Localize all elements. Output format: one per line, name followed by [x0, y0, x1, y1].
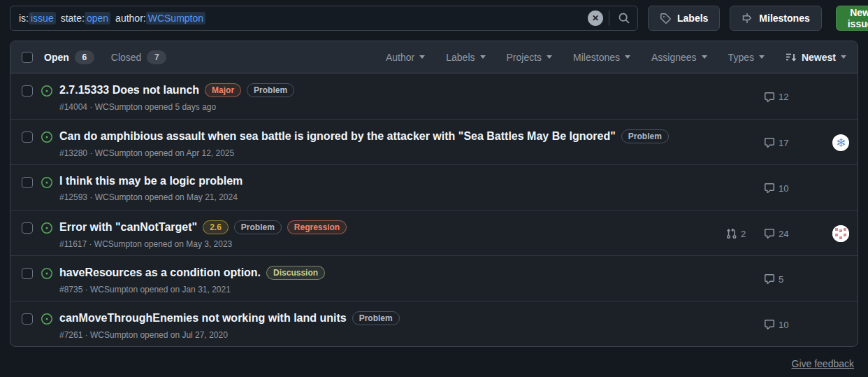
issue-open-icon	[41, 131, 52, 143]
open-issues-tab[interactable]: Open 6	[44, 50, 94, 64]
comments-link[interactable]: 12	[764, 92, 804, 103]
row-checkbox[interactable]	[22, 313, 33, 325]
issue-title-link[interactable]: haveResources as a condition option.	[59, 266, 261, 279]
assignees-filter-dropdown[interactable]: Assignees	[651, 52, 707, 63]
milestones-button[interactable]: Milestones	[730, 6, 821, 31]
comment-count: 10	[779, 320, 788, 330]
comments-link[interactable]: 10	[764, 183, 804, 194]
milestones-filter-dropdown[interactable]: Milestones	[573, 52, 630, 63]
tag-icon	[660, 13, 671, 24]
sort-dropdown[interactable]: Newest	[786, 52, 846, 63]
issue-label[interactable]: Problem	[352, 311, 400, 325]
search-token-wcsumpton: WCSumpton	[146, 12, 205, 24]
issue-label[interactable]: Problem	[234, 220, 282, 234]
open-count-badge: 6	[75, 50, 94, 64]
chevron-down-icon	[759, 55, 765, 59]
issue-open-icon	[41, 85, 52, 97]
comment-icon	[764, 92, 775, 103]
chevron-down-icon	[419, 55, 425, 59]
issue-row: haveResources as a condition option. Dis…	[10, 255, 858, 301]
chevron-down-icon	[625, 55, 630, 59]
issue-meta: #11617 · WCSumpton opened on May 3, 2023	[59, 239, 726, 249]
new-issue-button[interactable]: New issue	[836, 6, 868, 31]
list-header: Open 6 Closed 7 Author Labels Projects M…	[10, 41, 858, 73]
sort-desc-icon	[786, 52, 797, 63]
clear-search-button[interactable]: ✕	[588, 10, 603, 26]
search-icon	[618, 12, 630, 24]
sort-label: Newest	[802, 52, 836, 63]
search-token-open: open	[85, 12, 110, 24]
comment-count: 12	[779, 92, 788, 102]
comments-link[interactable]: 10	[764, 319, 804, 330]
comment-icon	[764, 273, 775, 285]
close-icon: ✕	[592, 14, 599, 22]
issue-label[interactable]: Regression	[287, 220, 347, 234]
issue-row: Error with "canNotTarget" 2.6 Problem Re…	[10, 210, 858, 255]
labels-filter-dropdown[interactable]: Labels	[446, 52, 485, 63]
issue-label[interactable]: 2.6	[203, 220, 229, 234]
comment-count: 17	[779, 138, 788, 148]
issue-meta: #7261 · WCSumpton opened on Jul 27, 2020	[59, 330, 726, 340]
issue-label[interactable]: Problem	[247, 83, 294, 97]
give-feedback-link[interactable]: Give feedback	[792, 358, 855, 369]
comment-icon	[764, 137, 775, 148]
projects-filter-dropdown[interactable]: Projects	[507, 52, 553, 63]
linked-pr-count: 2	[741, 229, 746, 239]
open-label: Open	[44, 52, 69, 63]
search-token-state: state:	[61, 13, 85, 24]
closed-issues-tab[interactable]: Closed 7	[106, 50, 167, 64]
closed-label: Closed	[111, 52, 142, 63]
issue-row: canMoveThroughEnemies not working with l…	[10, 301, 858, 346]
linked-pull-requests[interactable]: 2	[726, 228, 764, 239]
comment-icon	[764, 183, 775, 194]
closed-count-badge: 7	[147, 50, 166, 64]
labels-filter-label: Labels	[446, 52, 475, 63]
comment-count: 10	[779, 183, 788, 194]
row-checkbox[interactable]	[22, 268, 33, 279]
search-query[interactable]: is:issuestate:openauthor:WCSumpton	[19, 12, 588, 24]
search-input[interactable]: is:issuestate:openauthor:WCSumpton ✕	[10, 6, 638, 31]
search-submit-button[interactable]	[615, 10, 633, 26]
author-filter-dropdown[interactable]: Author	[386, 52, 425, 63]
milestones-button-label: Milestones	[759, 13, 809, 24]
comments-link[interactable]: 24	[764, 228, 804, 239]
row-checkbox[interactable]	[22, 131, 33, 143]
filter-bar: Author Labels Projects Milestones Assign…	[386, 52, 846, 63]
top-bar: is:issuestate:openauthor:WCSumpton ✕ Lab…	[0, 0, 868, 31]
milestone-icon	[742, 13, 753, 24]
comments-link[interactable]: 5	[764, 273, 804, 285]
issue-meta: #12593 · WCSumpton opened on May 21, 202…	[59, 192, 726, 202]
issue-label[interactable]: Problem	[621, 129, 669, 143]
issue-title-link[interactable]: Can do amphibious assault when sea battl…	[59, 130, 616, 143]
issue-title-link[interactable]: I think this may be a logic problem	[59, 175, 243, 187]
git-pull-request-icon	[726, 228, 737, 239]
labels-button[interactable]: Labels	[648, 6, 720, 31]
pink-identicon-avatar[interactable]	[832, 225, 849, 242]
issue-open-icon	[41, 222, 52, 234]
author-filter-label: Author	[386, 52, 414, 63]
chevron-down-icon	[480, 55, 486, 59]
comment-count: 5	[779, 274, 783, 285]
row-checkbox[interactable]	[22, 85, 33, 97]
issue-title-link[interactable]: Error with "canNotTarget"	[59, 221, 197, 234]
comment-count: 24	[779, 229, 788, 239]
row-checkbox[interactable]	[22, 222, 33, 234]
comments-link[interactable]: 17	[764, 137, 804, 148]
issue-open-icon	[41, 177, 52, 188]
issue-row: I think this may be a logic problem #125…	[10, 164, 858, 210]
snowflake-avatar[interactable]: ❄	[832, 134, 849, 151]
search-token-author: author:	[115, 13, 146, 24]
labels-button-label: Labels	[677, 13, 708, 24]
issue-open-icon	[41, 313, 52, 325]
row-checkbox[interactable]	[22, 177, 33, 188]
issues-list-container: Open 6 Closed 7 Author Labels Projects M…	[10, 41, 858, 347]
issue-label[interactable]: Major	[205, 83, 241, 97]
issue-meta: #14004 · WCSumpton opened 5 days ago	[59, 102, 726, 112]
projects-filter-label: Projects	[507, 52, 542, 63]
issue-label[interactable]: Discussion	[266, 266, 325, 280]
select-all-checkbox[interactable]	[22, 52, 33, 63]
issue-title-link[interactable]: 2.7.15333 Does not launch	[59, 84, 199, 97]
types-filter-dropdown[interactable]: Types	[728, 52, 765, 63]
search-token-is: is:	[19, 13, 29, 24]
issue-title-link[interactable]: canMoveThroughEnemies not working with l…	[59, 312, 347, 325]
